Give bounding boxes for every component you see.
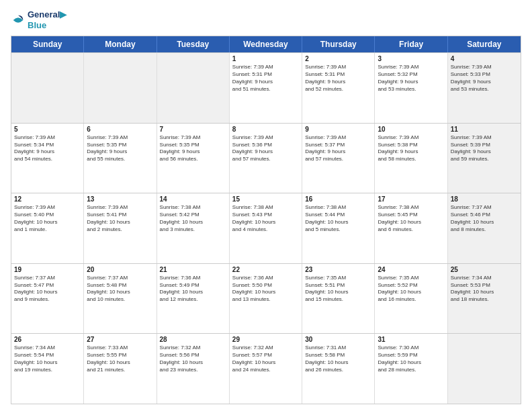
- calendar-empty-cell: [448, 334, 521, 404]
- logo: General▶ Blue: [11, 9, 66, 30]
- day-info: Sunrise: 7:31 AM Sunset: 5:58 PM Dayligh…: [305, 345, 371, 373]
- calendar-day-8: 8Sunrise: 7:39 AM Sunset: 5:36 PM Daylig…: [230, 124, 302, 193]
- logo-text: General▶ Blue: [28, 9, 66, 30]
- calendar-day-19: 19Sunrise: 7:37 AM Sunset: 5:47 PM Dayli…: [11, 264, 84, 334]
- header-cell-monday: Monday: [84, 36, 157, 52]
- header-cell-friday: Friday: [375, 36, 447, 52]
- calendar-day-29: 29Sunrise: 7:32 AM Sunset: 5:57 PM Dayli…: [230, 334, 302, 404]
- calendar-day-22: 22Sunrise: 7:36 AM Sunset: 5:50 PM Dayli…: [230, 264, 302, 334]
- calendar-day-5: 5Sunrise: 7:39 AM Sunset: 5:34 PM Daylig…: [11, 124, 84, 193]
- calendar-day-13: 13Sunrise: 7:39 AM Sunset: 5:41 PM Dayli…: [84, 193, 157, 263]
- calendar-empty-cell: [11, 53, 84, 123]
- calendar-day-2: 2Sunrise: 7:39 AM Sunset: 5:31 PM Daylig…: [302, 53, 375, 123]
- header-cell-tuesday: Tuesday: [157, 36, 230, 52]
- day-number: 5: [14, 126, 81, 133]
- day-number: 16: [305, 195, 371, 203]
- day-info: Sunrise: 7:37 AM Sunset: 5:47 PM Dayligh…: [14, 275, 81, 304]
- day-info: Sunrise: 7:36 AM Sunset: 5:49 PM Dayligh…: [160, 275, 226, 304]
- day-info: Sunrise: 7:35 AM Sunset: 5:52 PM Dayligh…: [378, 275, 444, 304]
- day-number: 1: [232, 55, 299, 62]
- calendar-day-15: 15Sunrise: 7:38 AM Sunset: 5:43 PM Dayli…: [230, 193, 302, 263]
- day-number: 7: [160, 126, 226, 133]
- day-info: Sunrise: 7:36 AM Sunset: 5:50 PM Dayligh…: [232, 275, 299, 304]
- calendar-day-7: 7Sunrise: 7:39 AM Sunset: 5:35 PM Daylig…: [157, 124, 230, 193]
- day-number: 18: [451, 195, 518, 203]
- day-info: Sunrise: 7:39 AM Sunset: 5:31 PM Dayligh…: [232, 64, 299, 93]
- calendar-day-17: 17Sunrise: 7:38 AM Sunset: 5:45 PM Dayli…: [375, 193, 447, 263]
- header: General▶ Blue: [11, 9, 521, 30]
- day-number: 24: [378, 266, 444, 273]
- header-cell-thursday: Thursday: [302, 36, 375, 52]
- calendar-day-11: 11Sunrise: 7:39 AM Sunset: 5:39 PM Dayli…: [448, 124, 521, 193]
- day-number: 6: [87, 126, 153, 133]
- day-number: 23: [305, 266, 371, 273]
- calendar-day-16: 16Sunrise: 7:38 AM Sunset: 5:44 PM Dayli…: [302, 193, 375, 263]
- day-info: Sunrise: 7:39 AM Sunset: 5:38 PM Dayligh…: [378, 134, 444, 163]
- calendar-body: 1Sunrise: 7:39 AM Sunset: 5:31 PM Daylig…: [11, 52, 521, 404]
- day-number: 26: [14, 336, 81, 343]
- day-number: 4: [451, 55, 518, 62]
- day-info: Sunrise: 7:39 AM Sunset: 5:39 PM Dayligh…: [451, 134, 518, 163]
- calendar-day-18: 18Sunrise: 7:37 AM Sunset: 5:46 PM Dayli…: [448, 193, 521, 263]
- calendar-empty-cell: [157, 53, 230, 123]
- calendar-day-12: 12Sunrise: 7:39 AM Sunset: 5:40 PM Dayli…: [11, 193, 84, 263]
- day-number: 8: [232, 126, 299, 133]
- calendar-day-24: 24Sunrise: 7:35 AM Sunset: 5:52 PM Dayli…: [375, 264, 447, 334]
- day-number: 19: [14, 266, 81, 273]
- day-info: Sunrise: 7:32 AM Sunset: 5:57 PM Dayligh…: [232, 345, 299, 373]
- calendar-day-30: 30Sunrise: 7:31 AM Sunset: 5:58 PM Dayli…: [302, 334, 375, 404]
- day-number: 9: [305, 126, 371, 133]
- calendar: SundayMondayTuesdayWednesdayThursdayFrid…: [11, 36, 521, 404]
- header-cell-wednesday: Wednesday: [230, 36, 302, 52]
- day-info: Sunrise: 7:38 AM Sunset: 5:45 PM Dayligh…: [378, 204, 444, 233]
- calendar-week-2: 5Sunrise: 7:39 AM Sunset: 5:34 PM Daylig…: [11, 123, 521, 193]
- day-number: 17: [378, 195, 444, 203]
- calendar-day-31: 31Sunrise: 7:30 AM Sunset: 5:59 PM Dayli…: [375, 334, 447, 404]
- day-info: Sunrise: 7:38 AM Sunset: 5:43 PM Dayligh…: [232, 204, 299, 233]
- logo-icon: [11, 13, 26, 28]
- day-info: Sunrise: 7:39 AM Sunset: 5:35 PM Dayligh…: [160, 134, 226, 163]
- calendar-day-1: 1Sunrise: 7:39 AM Sunset: 5:31 PM Daylig…: [230, 53, 302, 123]
- calendar-day-21: 21Sunrise: 7:36 AM Sunset: 5:49 PM Dayli…: [157, 264, 230, 334]
- day-info: Sunrise: 7:35 AM Sunset: 5:51 PM Dayligh…: [305, 275, 371, 304]
- calendar-day-20: 20Sunrise: 7:37 AM Sunset: 5:48 PM Dayli…: [84, 264, 157, 334]
- day-info: Sunrise: 7:38 AM Sunset: 5:42 PM Dayligh…: [160, 204, 226, 233]
- calendar-week-4: 19Sunrise: 7:37 AM Sunset: 5:47 PM Dayli…: [11, 263, 521, 334]
- calendar-day-3: 3Sunrise: 7:39 AM Sunset: 5:32 PM Daylig…: [375, 53, 447, 123]
- calendar-week-3: 12Sunrise: 7:39 AM Sunset: 5:40 PM Dayli…: [11, 193, 521, 263]
- day-number: 3: [378, 55, 444, 62]
- header-cell-sunday: Sunday: [11, 36, 84, 52]
- day-info: Sunrise: 7:34 AM Sunset: 5:54 PM Dayligh…: [14, 345, 81, 373]
- day-info: Sunrise: 7:39 AM Sunset: 5:35 PM Dayligh…: [87, 134, 153, 163]
- calendar-day-27: 27Sunrise: 7:33 AM Sunset: 5:55 PM Dayli…: [84, 334, 157, 404]
- day-info: Sunrise: 7:37 AM Sunset: 5:48 PM Dayligh…: [87, 275, 153, 304]
- calendar-day-23: 23Sunrise: 7:35 AM Sunset: 5:51 PM Dayli…: [302, 264, 375, 334]
- day-number: 27: [87, 336, 153, 343]
- header-cell-saturday: Saturday: [448, 36, 521, 52]
- day-info: Sunrise: 7:39 AM Sunset: 5:32 PM Dayligh…: [378, 64, 444, 93]
- day-info: Sunrise: 7:39 AM Sunset: 5:37 PM Dayligh…: [305, 134, 371, 163]
- day-info: Sunrise: 7:30 AM Sunset: 5:59 PM Dayligh…: [378, 345, 444, 373]
- calendar-week-1: 1Sunrise: 7:39 AM Sunset: 5:31 PM Daylig…: [11, 52, 521, 123]
- calendar-day-10: 10Sunrise: 7:39 AM Sunset: 5:38 PM Dayli…: [375, 124, 447, 193]
- day-info: Sunrise: 7:39 AM Sunset: 5:34 PM Dayligh…: [14, 134, 81, 163]
- day-number: 21: [160, 266, 226, 273]
- day-number: 29: [232, 336, 299, 343]
- calendar-header-row: SundayMondayTuesdayWednesdayThursdayFrid…: [11, 36, 521, 52]
- day-info: Sunrise: 7:39 AM Sunset: 5:33 PM Dayligh…: [451, 64, 518, 93]
- day-number: 15: [232, 195, 299, 203]
- day-number: 13: [87, 195, 153, 203]
- day-info: Sunrise: 7:34 AM Sunset: 5:53 PM Dayligh…: [451, 275, 518, 304]
- calendar-day-4: 4Sunrise: 7:39 AM Sunset: 5:33 PM Daylig…: [448, 53, 521, 123]
- calendar-day-9: 9Sunrise: 7:39 AM Sunset: 5:37 PM Daylig…: [302, 124, 375, 193]
- day-info: Sunrise: 7:39 AM Sunset: 5:40 PM Dayligh…: [14, 204, 81, 233]
- day-info: Sunrise: 7:39 AM Sunset: 5:31 PM Dayligh…: [305, 64, 371, 93]
- day-info: Sunrise: 7:33 AM Sunset: 5:55 PM Dayligh…: [87, 345, 153, 373]
- day-info: Sunrise: 7:37 AM Sunset: 5:46 PM Dayligh…: [451, 204, 518, 233]
- day-info: Sunrise: 7:32 AM Sunset: 5:56 PM Dayligh…: [160, 345, 226, 373]
- day-number: 22: [232, 266, 299, 273]
- day-number: 30: [305, 336, 371, 343]
- calendar-day-26: 26Sunrise: 7:34 AM Sunset: 5:54 PM Dayli…: [11, 334, 84, 404]
- calendar-day-6: 6Sunrise: 7:39 AM Sunset: 5:35 PM Daylig…: [84, 124, 157, 193]
- day-number: 12: [14, 195, 81, 203]
